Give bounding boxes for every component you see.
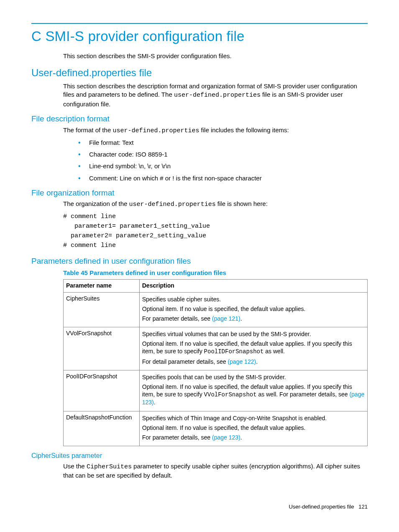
text: The format of the (63, 126, 113, 134)
text: file is shown here: (216, 200, 268, 207)
table-row: DefaultSnapshotFunction Specifies which … (64, 411, 368, 446)
page-link[interactable]: (page 123) (212, 434, 240, 441)
text: For parameter details, see (page 121). (142, 315, 365, 322)
th-description: Description (139, 279, 367, 292)
section-parameters-defined: Parameters defined in user configuration… (31, 256, 368, 267)
page-footer: User-defined.properties file 121 (31, 503, 368, 511)
text: For parameter details, see (142, 315, 212, 322)
text: Specifies which of Thin Image and Copy-o… (142, 414, 365, 422)
text: Specifies virtual volumes that can be us… (142, 330, 365, 338)
text: Specifies pools that can be used by the … (142, 373, 365, 381)
code-text: CipherSuites (87, 463, 132, 470)
list-item: Line-end symbol: \n, \r, or \r\n (78, 162, 368, 170)
code-text: VVolForSnapshot (204, 391, 257, 398)
text: as well. (263, 348, 285, 355)
table-row: PoolIDForSnapshot Specifies pools that c… (64, 370, 368, 411)
footer-text: User-defined.properties file (289, 504, 354, 510)
text: For parameter details, see (142, 434, 212, 441)
page-link[interactable]: (page 122) (228, 358, 256, 365)
list-item: Comment: Line on which # or ! is the fir… (78, 174, 368, 182)
text: . (240, 315, 242, 322)
param-desc: Specifies pools that can be used by the … (139, 370, 367, 411)
text: Specifies usable cipher suites. (142, 296, 365, 303)
text: For detail parameter details, see (142, 358, 228, 365)
sec2-lead: The format of the user-defined.propertie… (63, 126, 368, 135)
param-name: CipherSuites (64, 292, 140, 327)
text: Optional item. If no value is specified,… (142, 340, 365, 355)
text: For parameter details, see (page 123). (142, 434, 365, 441)
text: Optional item. If no value is specified,… (142, 383, 365, 406)
text: For detail parameter details, see (page … (142, 358, 365, 365)
param-desc: Specifies virtual volumes that can be us… (139, 327, 367, 370)
sec5-para: Use the CipherSuites parameter to specif… (63, 462, 368, 480)
intro-text: This section describes the SMI-S provide… (63, 52, 368, 60)
param-name: VVolForSnapshot (64, 327, 140, 370)
text: Optional item. If no value is specified,… (142, 305, 365, 313)
description-list: File format: Text Character code: ISO 88… (31, 139, 368, 182)
text: Optional item. If no value is specified,… (142, 424, 365, 432)
section-ciphersuites: CipherSuites parameter (31, 451, 368, 460)
code-text: user-defined.properties (129, 201, 216, 208)
th-parameter-name: Parameter name (64, 279, 140, 292)
code-text: PoolIDForSnapshot (204, 348, 264, 355)
param-desc: Specifies usable cipher suites. Optional… (139, 292, 367, 327)
table-caption: Table 45 Parameters defined in user conf… (63, 269, 368, 277)
sec3-lead: The organization of the user-defined.pro… (63, 200, 368, 209)
list-item: File format: Text (78, 139, 368, 147)
page-title: C SMI-S provider configuration file (31, 27, 368, 46)
section-user-defined: User-defined.properties file (31, 66, 368, 80)
code-text: user-defined.properties (113, 127, 199, 134)
sec1-para: This section describes the description f… (63, 82, 368, 108)
code-block: # comment line parameter1= parameter1_se… (63, 212, 368, 251)
text: as well. For parameter details, see (257, 391, 350, 398)
text: Use the (63, 463, 87, 470)
section-file-description: File description format (31, 113, 368, 124)
table-row: CipherSuites Specifies usable cipher sui… (64, 292, 368, 327)
param-name: DefaultSnapshotFunction (64, 411, 140, 446)
param-desc: Specifies which of Thin Image and Copy-o… (139, 411, 367, 446)
text: . (240, 434, 242, 441)
text: . (256, 358, 258, 365)
parameters-table: Parameter name Description CipherSuites … (63, 279, 368, 447)
param-name: PoolIDForSnapshot (64, 370, 140, 411)
top-rule (31, 23, 368, 24)
text: file includes the following items: (199, 126, 289, 134)
code-text: user-defined.properties (174, 92, 261, 99)
page-number: 121 (358, 504, 368, 510)
list-item: Character code: ISO 8859-1 (78, 150, 368, 159)
text: The organization of the (63, 200, 129, 207)
text: . (154, 399, 156, 406)
section-file-organization: File organization format (31, 188, 368, 198)
page-link[interactable]: (page 121) (212, 315, 240, 322)
table-row: VVolForSnapshot Specifies virtual volume… (64, 327, 368, 370)
